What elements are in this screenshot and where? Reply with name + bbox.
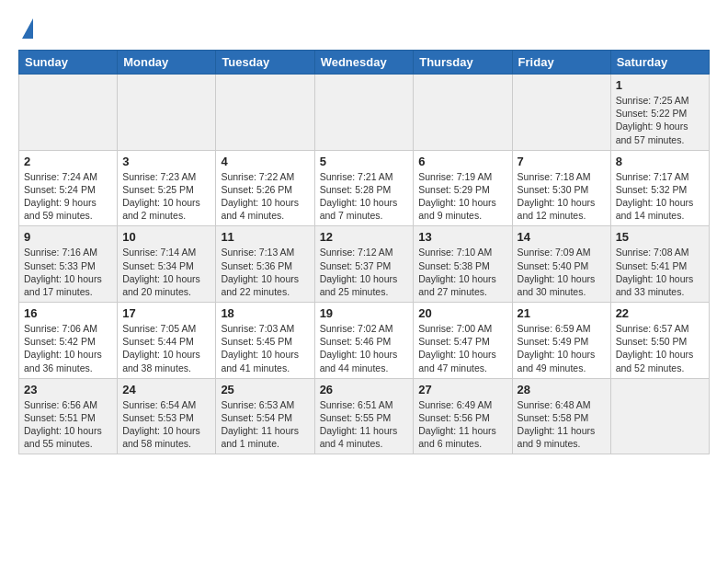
- calendar-cell: 24Sunrise: 6:54 AM Sunset: 5:53 PM Dayli…: [118, 378, 216, 454]
- calendar-cell: 25Sunrise: 6:53 AM Sunset: 5:54 PM Dayli…: [216, 378, 314, 454]
- col-header-thursday: Thursday: [414, 51, 512, 75]
- day-info: Sunrise: 6:56 AM Sunset: 5:51 PM Dayligh…: [24, 398, 112, 451]
- day-info: Sunrise: 7:14 AM Sunset: 5:34 PM Dayligh…: [122, 246, 210, 298]
- calendar-table: SundayMondayTuesdayWednesdayThursdayFrid…: [18, 50, 710, 454]
- day-number: 12: [320, 230, 409, 244]
- day-info: Sunrise: 7:24 AM Sunset: 5:24 PM Dayligh…: [24, 170, 112, 223]
- day-number: 22: [616, 306, 704, 320]
- day-number: 23: [24, 383, 112, 396]
- day-number: 27: [418, 383, 506, 396]
- calendar-cell: 23Sunrise: 6:56 AM Sunset: 5:51 PM Dayli…: [19, 378, 118, 454]
- calendar-week-row: 1Sunrise: 7:25 AM Sunset: 5:22 PM Daylig…: [19, 75, 710, 151]
- calendar-cell: [216, 75, 314, 151]
- day-info: Sunrise: 7:10 AM Sunset: 5:38 PM Dayligh…: [418, 246, 506, 298]
- calendar-cell: 1Sunrise: 7:25 AM Sunset: 5:22 PM Daylig…: [610, 75, 709, 151]
- day-number: 19: [320, 306, 409, 320]
- calendar-cell: 8Sunrise: 7:17 AM Sunset: 5:32 PM Daylig…: [610, 150, 709, 226]
- logo-triangle-icon: [22, 18, 33, 39]
- calendar-cell: 4Sunrise: 7:22 AM Sunset: 5:26 PM Daylig…: [216, 150, 314, 226]
- day-number: 9: [24, 230, 112, 244]
- day-number: 1: [616, 78, 704, 92]
- calendar-cell: 3Sunrise: 7:23 AM Sunset: 5:25 PM Daylig…: [118, 150, 216, 226]
- day-info: Sunrise: 7:05 AM Sunset: 5:44 PM Dayligh…: [122, 322, 210, 374]
- day-number: 10: [122, 230, 210, 244]
- calendar-cell: 20Sunrise: 7:00 AM Sunset: 5:47 PM Dayli…: [414, 303, 512, 379]
- calendar-cell: 14Sunrise: 7:09 AM Sunset: 5:40 PM Dayli…: [512, 226, 610, 303]
- day-number: 21: [518, 306, 606, 320]
- day-number: 17: [122, 306, 210, 320]
- calendar-week-row: 9Sunrise: 7:16 AM Sunset: 5:33 PM Daylig…: [19, 226, 710, 303]
- calendar-cell: 5Sunrise: 7:21 AM Sunset: 5:28 PM Daylig…: [314, 150, 414, 226]
- day-info: Sunrise: 6:53 AM Sunset: 5:54 PM Dayligh…: [221, 398, 309, 451]
- day-number: 25: [221, 383, 309, 396]
- calendar-week-row: 23Sunrise: 6:56 AM Sunset: 5:51 PM Dayli…: [19, 378, 710, 454]
- day-number: 15: [616, 230, 704, 244]
- day-number: 18: [221, 306, 309, 320]
- day-info: Sunrise: 7:22 AM Sunset: 5:26 PM Dayligh…: [221, 170, 309, 223]
- calendar-cell: 16Sunrise: 7:06 AM Sunset: 5:42 PM Dayli…: [19, 303, 118, 379]
- day-number: 4: [221, 155, 309, 168]
- calendar-cell: 28Sunrise: 6:48 AM Sunset: 5:58 PM Dayli…: [512, 378, 610, 454]
- day-number: 24: [122, 383, 210, 396]
- calendar-week-row: 2Sunrise: 7:24 AM Sunset: 5:24 PM Daylig…: [19, 150, 710, 226]
- calendar-cell: 2Sunrise: 7:24 AM Sunset: 5:24 PM Daylig…: [19, 150, 118, 226]
- calendar-cell: [414, 75, 512, 151]
- calendar-cell: [118, 75, 216, 151]
- day-number: 16: [24, 306, 112, 320]
- day-info: Sunrise: 7:13 AM Sunset: 5:36 PM Dayligh…: [221, 246, 309, 298]
- day-info: Sunrise: 7:19 AM Sunset: 5:29 PM Dayligh…: [418, 170, 506, 223]
- day-info: Sunrise: 6:59 AM Sunset: 5:49 PM Dayligh…: [518, 322, 606, 374]
- calendar-cell: [314, 75, 414, 151]
- calendar-cell: 17Sunrise: 7:05 AM Sunset: 5:44 PM Dayli…: [118, 303, 216, 379]
- day-number: 20: [418, 306, 506, 320]
- day-info: Sunrise: 7:03 AM Sunset: 5:45 PM Dayligh…: [221, 322, 309, 374]
- day-info: Sunrise: 7:18 AM Sunset: 5:30 PM Dayligh…: [518, 170, 606, 223]
- day-info: Sunrise: 6:54 AM Sunset: 5:53 PM Dayligh…: [122, 398, 210, 451]
- calendar-cell: 15Sunrise: 7:08 AM Sunset: 5:41 PM Dayli…: [610, 226, 709, 303]
- day-info: Sunrise: 7:12 AM Sunset: 5:37 PM Dayligh…: [320, 246, 409, 298]
- day-info: Sunrise: 7:06 AM Sunset: 5:42 PM Dayligh…: [24, 322, 112, 374]
- day-number: 13: [418, 230, 506, 244]
- calendar-cell: [19, 75, 118, 151]
- calendar-cell: 19Sunrise: 7:02 AM Sunset: 5:46 PM Dayli…: [314, 303, 414, 379]
- calendar-cell: 9Sunrise: 7:16 AM Sunset: 5:33 PM Daylig…: [19, 226, 118, 303]
- day-info: Sunrise: 7:08 AM Sunset: 5:41 PM Dayligh…: [616, 246, 704, 298]
- day-number: 8: [616, 155, 704, 168]
- col-header-monday: Monday: [118, 51, 216, 75]
- day-info: Sunrise: 7:21 AM Sunset: 5:28 PM Dayligh…: [320, 170, 409, 223]
- calendar-page: SundayMondayTuesdayWednesdayThursdayFrid…: [0, 0, 728, 464]
- day-info: Sunrise: 7:23 AM Sunset: 5:25 PM Dayligh…: [122, 170, 210, 223]
- day-info: Sunrise: 6:48 AM Sunset: 5:58 PM Dayligh…: [518, 398, 606, 451]
- day-info: Sunrise: 6:49 AM Sunset: 5:56 PM Dayligh…: [418, 398, 506, 451]
- calendar-header-row: SundayMondayTuesdayWednesdayThursdayFrid…: [19, 51, 710, 75]
- day-info: Sunrise: 7:25 AM Sunset: 5:22 PM Dayligh…: [616, 94, 704, 146]
- calendar-cell: 13Sunrise: 7:10 AM Sunset: 5:38 PM Dayli…: [414, 226, 512, 303]
- calendar-cell: 22Sunrise: 6:57 AM Sunset: 5:50 PM Dayli…: [610, 303, 709, 379]
- day-number: 5: [320, 155, 409, 168]
- day-number: 26: [320, 383, 409, 396]
- logo: [18, 17, 33, 39]
- calendar-week-row: 16Sunrise: 7:06 AM Sunset: 5:42 PM Dayli…: [19, 303, 710, 379]
- day-number: 11: [221, 230, 309, 244]
- calendar-cell: 6Sunrise: 7:19 AM Sunset: 5:29 PM Daylig…: [414, 150, 512, 226]
- col-header-sunday: Sunday: [19, 51, 118, 75]
- calendar-cell: 12Sunrise: 7:12 AM Sunset: 5:37 PM Dayli…: [314, 226, 414, 303]
- header: [18, 17, 710, 39]
- day-info: Sunrise: 7:02 AM Sunset: 5:46 PM Dayligh…: [320, 322, 409, 374]
- col-header-saturday: Saturday: [610, 51, 709, 75]
- calendar-cell: 11Sunrise: 7:13 AM Sunset: 5:36 PM Dayli…: [216, 226, 314, 303]
- day-number: 2: [24, 155, 112, 168]
- calendar-cell: 21Sunrise: 6:59 AM Sunset: 5:49 PM Dayli…: [512, 303, 610, 379]
- day-number: 6: [418, 155, 506, 168]
- calendar-cell: [610, 378, 709, 454]
- day-number: 3: [122, 155, 210, 168]
- day-info: Sunrise: 7:00 AM Sunset: 5:47 PM Dayligh…: [418, 322, 506, 374]
- day-number: 7: [518, 155, 606, 168]
- col-header-wednesday: Wednesday: [314, 51, 414, 75]
- day-info: Sunrise: 6:51 AM Sunset: 5:55 PM Dayligh…: [320, 398, 409, 451]
- day-info: Sunrise: 7:16 AM Sunset: 5:33 PM Dayligh…: [24, 246, 112, 298]
- col-header-friday: Friday: [512, 51, 610, 75]
- day-info: Sunrise: 6:57 AM Sunset: 5:50 PM Dayligh…: [616, 322, 704, 374]
- calendar-cell: 10Sunrise: 7:14 AM Sunset: 5:34 PM Dayli…: [118, 226, 216, 303]
- day-info: Sunrise: 7:17 AM Sunset: 5:32 PM Dayligh…: [616, 170, 704, 223]
